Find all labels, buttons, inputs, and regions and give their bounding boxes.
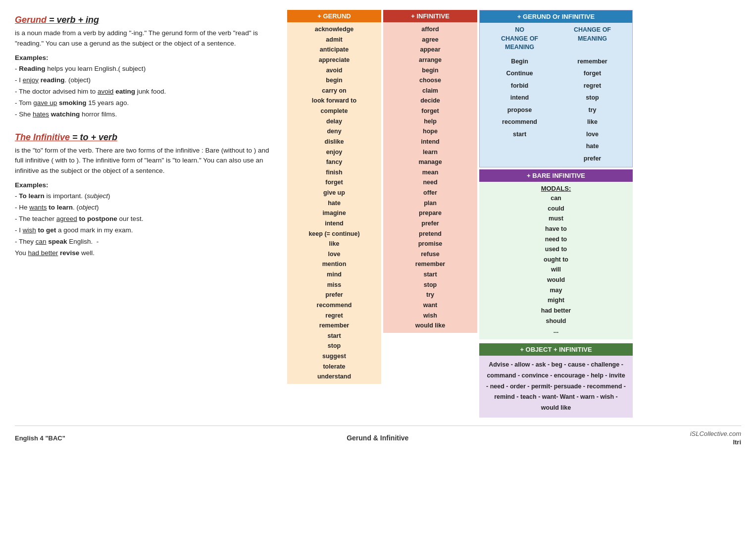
bare-inf-header: + BARE INFINITIVE	[479, 169, 633, 182]
gerund-list-item: remember	[319, 321, 349, 331]
footer-right: iSLCollective.com Itri	[690, 430, 741, 446]
no-change-col2: CHANGE OFMEANING	[556, 26, 628, 52]
infinitive-list-item: pretend	[419, 229, 442, 239]
inf-example-5: - They can speak English. -	[15, 236, 277, 248]
gerund-example-4: - Tom gave up smoking 15 years ago.	[15, 98, 277, 109]
gerund-list-item: give up	[323, 188, 345, 198]
infinitive-list-item: refuse	[421, 249, 440, 260]
bare-inf-list-item: will	[541, 265, 571, 275]
gerund-inf-col2-item: hate	[556, 141, 628, 152]
gerund-list-item: begin	[326, 75, 342, 86]
gerund-list-item: deny	[327, 126, 341, 137]
gerund-inf-col2-item: regret	[556, 80, 628, 92]
object-inf-panel: + OBJECT + INFINITIVE Advise - allow - a…	[479, 343, 633, 418]
inf-example-1: - To learn is important. (subject)	[15, 191, 277, 202]
infinitive-col-items: affordagreeappeararrangebeginchooseclaim…	[383, 22, 477, 333]
infinitive-list-item: prefer	[421, 218, 439, 229]
infinitive-examples-label: Examples:	[15, 181, 277, 189]
gerund-title-text: Gerund	[15, 15, 47, 25]
inf-example-2: - He wants to learn. (object)	[15, 202, 277, 214]
gerund-list-item: finish	[326, 167, 342, 178]
gerund-body: is a noun made from a verb by adding "-i…	[15, 28, 277, 49]
bare-inf-list-item: ought to	[541, 255, 571, 265]
gerund-example-2: - I enjoy reading. (object)	[15, 75, 277, 86]
gerund-list-item: complete	[321, 106, 348, 116]
gerund-list-item: tolerate	[323, 362, 345, 372]
bare-inf-list-item: can	[541, 193, 571, 204]
infinitive-title: The Infinitive = to + verb	[15, 132, 277, 143]
object-inf-content: Advise - allow - ask - beg - cause - cha…	[479, 356, 633, 418]
infinitive-list-item: begin	[422, 65, 438, 76]
infinitive-list-item: start	[423, 269, 437, 280]
gerund-inf-col2-item: love	[556, 129, 628, 140]
infinitive-list-item: want	[423, 300, 437, 311]
inf-example-3: - The teacher agreed to postpone our tes…	[15, 214, 277, 225]
modals-label: MODALS:	[541, 185, 571, 192]
gerund-list-item: recommend	[317, 300, 352, 311]
gerund-list-item: suggest	[322, 351, 346, 362]
gerund-list-item: keep (= continue)	[308, 229, 359, 239]
infinitive-list-item: prepare	[419, 208, 442, 218]
gerund-list-item: acknowledge	[315, 24, 354, 35]
bare-inf-list-item: should	[541, 316, 571, 326]
gerund-list-item: look forward to	[312, 96, 356, 106]
footer-islcollective: iSLCollective.com	[690, 430, 741, 437]
gerund-inf-col1-item	[484, 141, 555, 152]
gerund-list-item: carry on	[322, 86, 346, 96]
infinitive-list-item: plan	[424, 198, 437, 209]
gerund-inf-col1-item: intend	[484, 92, 555, 104]
gerund-list-item: mind	[327, 269, 342, 280]
gerund-list-item: imagine	[322, 208, 346, 218]
infinitive-list-item: appear	[420, 45, 441, 55]
gerund-inf-col2-item: remember	[556, 56, 628, 67]
infinitive-list-item: promise	[418, 239, 443, 249]
gerund-inf-col1-item: Begin	[484, 56, 555, 67]
infinitive-list-item: choose	[419, 75, 441, 86]
infinitive-list-item: afford	[421, 24, 439, 35]
infinitive-list-item: help	[424, 116, 437, 127]
gerund-list-item: delay	[326, 116, 342, 127]
main-layout: Gerund = verb + ing is a noun made from …	[15, 10, 741, 418]
infinitive-list-item: hope	[423, 126, 438, 137]
gerund-list-item: understand	[317, 372, 351, 382]
infinitive-list-item: try	[426, 290, 434, 300]
bare-inf-list-item: used to	[541, 244, 571, 255]
footer-author: Itri	[733, 438, 741, 446]
infinitive-list-item: need	[423, 177, 437, 188]
gerund-section: Gerund = verb + ing is a noun made from …	[15, 15, 277, 120]
gerund-list-item: start	[327, 331, 341, 341]
infinitive-list-item: manage	[418, 157, 442, 167]
gerund-list-item: fancy	[326, 157, 343, 167]
gerund-or-inf-panel: + GERUND Or INFINITIVE NOCHANGE OFMEANIN…	[479, 10, 633, 167]
infinitive-list-item: forget	[421, 106, 439, 116]
gerund-list-item: regret	[325, 311, 343, 321]
gerund-list-item: avoid	[326, 65, 343, 76]
left-column: Gerund = verb + ing is a noun made from …	[15, 10, 287, 418]
change-meaning-table: BeginrememberContinueforgetforbidregreti…	[480, 54, 632, 167]
gerund-examples-label: Examples:	[15, 54, 277, 61]
infinitive-list-item: claim	[422, 86, 438, 96]
gerund-list-item: dislike	[325, 137, 344, 147]
infinitive-list-item: stop	[424, 280, 437, 290]
infinitive-list-item: learn	[423, 147, 438, 158]
bare-inf-content: MODALS: cancouldmusthave toneed toused t…	[479, 182, 633, 339]
gerund-list-item: stop	[328, 341, 341, 351]
inf-example-4: - I wish to get a good mark in my exam.	[15, 225, 277, 236]
gerund-or-inf-header: + GERUND Or INFINITIVE	[480, 10, 632, 23]
gerund-list-item: admit	[326, 35, 342, 45]
gerund-inf-col2-item: stop	[556, 92, 628, 104]
no-change-col1: NOCHANGE OFMEANING	[484, 26, 555, 52]
bare-inf-list-item: might	[541, 295, 571, 306]
bare-inf-panel: + BARE INFINITIVE MODALS: cancouldmustha…	[479, 169, 633, 339]
infinitive-list-item: intend	[421, 137, 440, 147]
infinitive-list-item: arrange	[419, 55, 442, 65]
infinitive-title-text: The Infinitive	[15, 132, 70, 142]
bare-inf-list-item: had better	[541, 306, 571, 316]
bare-inf-list-item: need to	[541, 234, 571, 245]
infinitive-list-item: mean	[422, 167, 439, 178]
gerund-inf-col2-item: like	[556, 116, 628, 128]
gerund-list-item: anticipate	[320, 45, 349, 55]
gerund-example-1: - Reading helps you learn English.( subj…	[15, 63, 277, 75]
bare-inf-list-item: may	[541, 285, 571, 296]
gerund-list-item: love	[328, 249, 340, 260]
